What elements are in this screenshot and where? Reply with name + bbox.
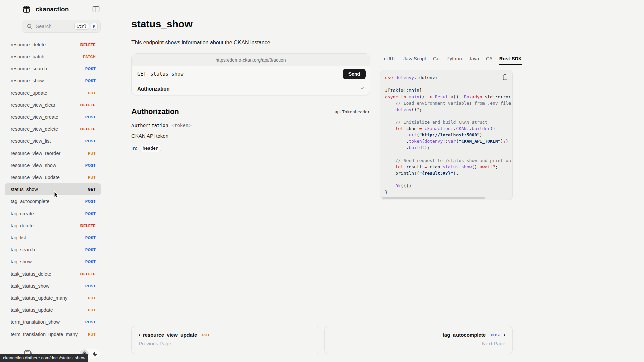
sidebar-item-tag_delete[interactable]: tag_deleteDELETE [5, 220, 101, 232]
app-root: ckanaction Search Ctrl K resource_delete… [0, 0, 644, 362]
sidebar-item-task_status_show[interactable]: task_status_showPOST [5, 280, 101, 292]
sidebar-item-label: task_status_update_many [11, 295, 85, 301]
status-bar-url: ckanaction.dathere.com/docs/status_show [0, 354, 88, 362]
sidebar: ckanaction Search Ctrl K resource_delete… [0, 0, 106, 362]
tab-rust-sdk[interactable]: Rust SDK [499, 55, 522, 65]
sidebar-item-resource_view_delete[interactable]: resource_view_deleteDELETE [5, 123, 101, 135]
moon-icon [93, 351, 98, 356]
sidebar-item-label: resource_view_update [11, 175, 85, 180]
method-badge: POST [85, 284, 96, 288]
copy-code-icon[interactable] [502, 73, 509, 82]
method-badge: DELETE [80, 127, 96, 131]
sidebar-item-label: status_show [11, 187, 85, 192]
sidebar-item-label: task_status_show [11, 283, 83, 289]
sidebar-item-label: resource_search [11, 66, 83, 72]
sidebar-item-resource_view_update[interactable]: resource_view_updatePUT [5, 171, 101, 183]
sidebar-item-resource_view_clear[interactable]: resource_view_clearDELETE [5, 99, 101, 111]
sidebar-item-tag_create[interactable]: tag_createPOST [5, 207, 101, 220]
sidebar-item-term_translation_update_many[interactable]: term_translation_update_manyPUT [5, 328, 101, 340]
next-page-sub: Next Page [331, 341, 505, 346]
sidebar-item-resource_view_show[interactable]: resource_view_showPOST [5, 159, 101, 171]
authorization-heading: Authorization [131, 107, 179, 116]
sidebar-item-label: resource_view_clear [11, 102, 78, 108]
previous-page-card[interactable]: ‹ resource_view_update PUT Previous Page [131, 326, 320, 354]
request-method: GET [137, 71, 146, 77]
sidebar-item-label: tag_create [11, 211, 83, 217]
sidebar-item-resource_patch[interactable]: resource_patchPATCH [5, 51, 101, 63]
sidebar-item-tag_autocomplete[interactable]: tag_autocompletePOST [5, 195, 101, 207]
sidebar-item-label: task_status_delete [11, 271, 78, 277]
method-badge: POST [85, 139, 96, 143]
horizontal-scrollbar[interactable] [382, 197, 485, 199]
sidebar-collapse-button[interactable] [92, 5, 100, 14]
sidebar-item-label: resource_patch [11, 54, 80, 60]
dark-mode-button[interactable] [91, 349, 99, 358]
sidebar-item-status_show[interactable]: status_showGET [5, 183, 101, 195]
tab-java[interactable]: Java [469, 55, 479, 64]
sidebar-item-resource_view_list[interactable]: resource_view_listPOST [5, 135, 101, 147]
sidebar-item-label: resource_view_show [11, 163, 83, 168]
sidebar-item-tag_search[interactable]: tag_searchPOST [5, 244, 101, 256]
tab-python[interactable]: Python [446, 55, 462, 64]
code-block: use dotenvy::dotenv; #[tokio::main]async… [385, 74, 507, 195]
method-badge: POST [85, 163, 96, 167]
send-button[interactable]: Send [343, 69, 366, 79]
sidebar-item-resource_view_reorder[interactable]: resource_view_reorderPUT [5, 147, 101, 159]
request-path: status_show [150, 71, 183, 77]
auth-token-placeholder: <token> [172, 123, 192, 128]
sidebar-item-resource_show[interactable]: resource_showPOST [5, 75, 101, 87]
sidebar-item-task_status_delete[interactable]: task_status_deleteDELETE [5, 268, 101, 280]
sidebar-item-tag_list[interactable]: tag_listPOST [5, 232, 101, 244]
sidebar-item-tag_show[interactable]: tag_showPOST [5, 256, 101, 268]
playground-url-bar: https://demo.ckan.org/api/3/action [132, 54, 370, 66]
sidebar-item-label: tag_show [11, 259, 83, 265]
auth-scheme-ref: apiTokenHeader [335, 109, 370, 114]
auth-param-name: Authorization [131, 123, 168, 128]
chevron-down-icon [360, 86, 365, 91]
authorization-heading-row: Authorization apiTokenHeader [131, 107, 370, 116]
method-badge: POST [85, 115, 96, 119]
method-badge: DELETE [80, 272, 96, 276]
page-title: status_show [131, 18, 193, 30]
auth-location-line: In: header [131, 145, 161, 152]
sidebar-item-resource_delete[interactable]: resource_deleteDELETE [5, 39, 101, 51]
search-input[interactable]: Search Ctrl K [22, 20, 101, 33]
code-panel: cURLJavaScriptGoPythonJavaC#Rust SDK use… [380, 55, 513, 200]
method-badge: DELETE [80, 103, 96, 107]
sidebar-item-resource_search[interactable]: resource_searchPOST [5, 63, 101, 75]
tab-javascript[interactable]: JavaScript [403, 55, 426, 64]
method-badge: PUT [88, 308, 96, 312]
page-description: This endpoint shows information about th… [131, 40, 272, 46]
method-badge: POST [85, 260, 96, 264]
next-page-card[interactable]: tag_autocomplete POST › Next Page [324, 326, 513, 354]
sidebar-item-term_translation_show[interactable]: term_translation_showPOST [5, 316, 101, 328]
sidebar-item-resource_update[interactable]: resource_updatePUT [5, 87, 101, 99]
previous-page-label: resource_view_update [143, 332, 197, 338]
sidebar-item-resource_view_create[interactable]: resource_view_createPOST [5, 111, 101, 123]
sidebar-item-label: task_status_update [11, 307, 85, 313]
sidebar-item-label: tag_list [11, 235, 83, 241]
method-badge: PUT [88, 332, 96, 336]
tab-go[interactable]: Go [433, 55, 439, 64]
sidebar-item-task_status_update_many[interactable]: task_status_update_manyPUT [5, 292, 101, 304]
sidebar-item-task_status_update[interactable]: task_status_updatePUT [5, 304, 101, 316]
sidebar-item-label: tag_autocomplete [11, 199, 83, 204]
tab-c-[interactable]: C# [486, 55, 492, 64]
method-badge: POST [85, 236, 96, 240]
next-page-label: tag_autocomplete [443, 332, 486, 338]
method-badge: PUT [88, 175, 96, 179]
method-badge: GET [88, 187, 96, 191]
sidebar-item-label: resource_view_create [11, 114, 83, 120]
sidebar-item-label: resource_update [11, 90, 85, 96]
brand-title: ckanaction [36, 6, 69, 13]
api-playground: https://demo.ckan.org/api/3/action GET s… [131, 53, 370, 95]
authorization-accordion[interactable]: Authorization [132, 82, 370, 95]
chevron-left-icon: ‹ [139, 332, 141, 338]
tab-curl[interactable]: cURL [384, 55, 396, 64]
search-icon [26, 23, 32, 29]
brand-row: ckanaction [0, 0, 106, 19]
sidebar-item-label: resource_show [11, 78, 83, 84]
authorization-accordion-label: Authorization [137, 86, 170, 92]
endpoint-nav-list: resource_deleteDELETEresource_patchPATCH… [0, 38, 106, 345]
method-badge: POST [85, 67, 96, 71]
